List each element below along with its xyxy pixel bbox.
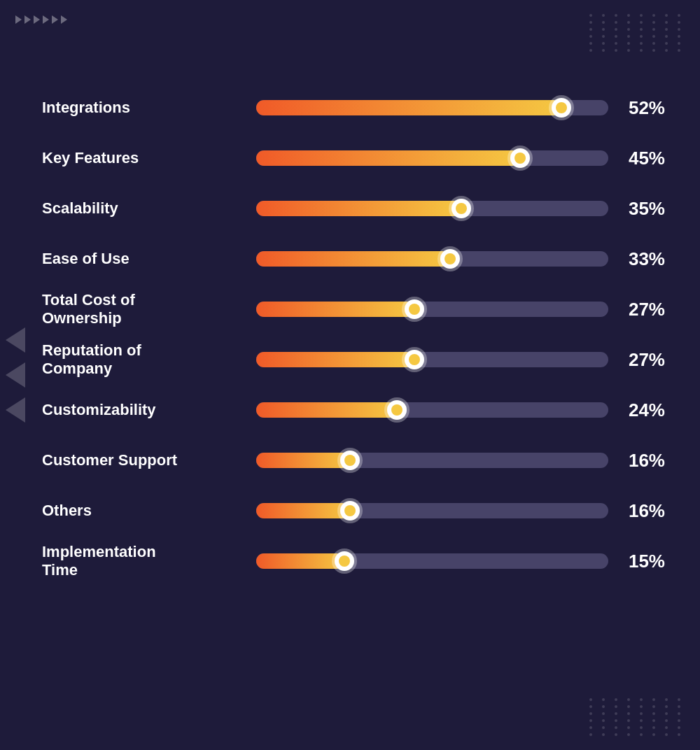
bar-label: Key Features: [42, 149, 245, 167]
chart-row: Integrations52%: [42, 87, 665, 129]
bar-fill: [256, 100, 561, 115]
bar-fill: [256, 201, 461, 216]
chart-row: Reputation ofCompany27%: [42, 339, 665, 381]
bar-knob: [552, 98, 571, 118]
bar-percent: 15%: [620, 551, 665, 572]
bar-fill: [256, 503, 350, 518]
bar-track: [256, 201, 608, 216]
chart-row: Customer Support16%: [42, 439, 665, 481]
bar-percent: 16%: [620, 450, 665, 472]
bar-knob: [387, 400, 407, 420]
bar-track: [256, 503, 608, 518]
bar-fill: [256, 453, 350, 468]
bar-percent: 27%: [620, 299, 665, 320]
bar-fill: [256, 402, 397, 418]
bar-label: Ease of Use: [42, 250, 245, 268]
bar-label: Scalability: [42, 199, 245, 218]
dots-bottom-right: [589, 698, 686, 736]
bar-label: Integrations: [42, 99, 245, 117]
bar-fill: [256, 352, 414, 367]
bar-fill: [256, 302, 414, 317]
bar-label: ImplementationTime: [42, 543, 245, 580]
chart-row: Customizability24%: [42, 389, 665, 431]
bar-percent: 52%: [620, 97, 665, 119]
chart-area: Integrations52%Key Features45%Scalabilit…: [42, 87, 665, 590]
bar-track: [256, 453, 608, 468]
bar-knob: [335, 551, 354, 571]
bar-track: [256, 150, 608, 166]
bar-track: [256, 402, 608, 418]
chart-row: ImplementationTime15%: [42, 540, 665, 582]
chart-row: Key Features45%: [42, 137, 665, 179]
page-title: [42, 28, 665, 62]
bar-label: Others: [42, 502, 245, 520]
main-container: Integrations52%Key Features45%Scalabilit…: [0, 0, 700, 611]
bar-fill: [256, 150, 520, 166]
bar-label: Customizability: [42, 401, 245, 419]
bar-label: Reputation ofCompany: [42, 341, 245, 378]
bar-knob: [340, 451, 360, 470]
bar-track: [256, 100, 608, 115]
chart-row: Ease of Use33%: [42, 238, 665, 280]
bar-track: [256, 302, 608, 317]
bar-percent: 16%: [620, 500, 665, 522]
bar-track: [256, 352, 608, 367]
bar-percent: 35%: [620, 198, 665, 220]
chart-row: Total Cost ofOwnership27%: [42, 288, 665, 330]
chart-row: Others16%: [42, 490, 665, 532]
bar-label: Total Cost ofOwnership: [42, 291, 245, 328]
bar-percent: 24%: [620, 399, 665, 421]
bar-label: Customer Support: [42, 451, 245, 469]
bar-knob: [451, 199, 471, 218]
bar-knob: [340, 501, 360, 521]
bar-track: [256, 553, 608, 569]
bar-percent: 45%: [620, 148, 665, 169]
chart-row: Scalability35%: [42, 188, 665, 229]
bar-percent: 27%: [620, 349, 665, 371]
bar-knob: [510, 148, 530, 168]
bar-knob: [405, 299, 424, 319]
bar-knob: [440, 249, 460, 269]
bar-track: [256, 251, 608, 267]
bar-percent: 33%: [620, 248, 665, 270]
bar-fill: [256, 553, 344, 569]
bar-knob: [405, 350, 424, 369]
bar-fill: [256, 251, 450, 267]
